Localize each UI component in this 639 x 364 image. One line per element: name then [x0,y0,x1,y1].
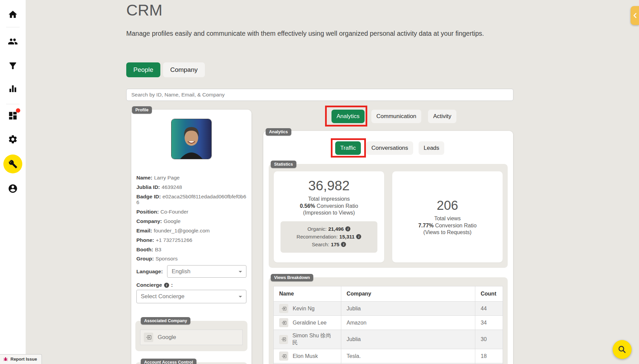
company-name: Google [158,334,176,341]
tab-analytics[interactable]: Analytics [331,110,365,123]
field-value: Google [164,218,181,224]
breakdown-label: Recommendation: [297,234,338,240]
total-views-value: 206 [437,198,458,213]
impression-breakdown-line: Organic: 21,496 i [283,226,375,232]
open-profile-button[interactable] [279,318,288,327]
info-icon[interactable]: i [356,234,361,239]
open-profile-button[interactable] [279,335,288,344]
info-icon[interactable]: i [345,226,350,231]
views-breakdown-section: Views Breakdown Name Company Count [269,277,508,364]
filter-icon[interactable] [8,61,18,71]
language-value: English [171,268,190,275]
row-count: 30 [475,330,503,349]
profile-card: Profile Name:Larry Page Jublia ID:463924 [131,110,251,364]
field-label: Position: [136,209,159,215]
info-icon[interactable]: i [164,283,169,288]
settings-icon[interactable] [8,134,18,144]
table-row: Geraldine Lee Amazon 34 [274,316,503,330]
tab-communication[interactable]: Communication [371,110,421,123]
language-select[interactable]: English [167,265,246,278]
associated-company-list: Google [140,330,243,345]
row-name: Elon Musk [293,353,318,359]
row-company: Amazon [341,316,475,330]
tab-leads[interactable]: Leads [419,141,444,155]
profile-field: Booth:B3 [136,247,246,253]
floating-search-button[interactable] [613,340,632,359]
field-label: Email: [136,228,152,233]
field-value: 4639248 [162,184,182,190]
row-count: 34 [475,316,503,330]
breakdown-label: Search: [312,242,329,247]
notification-dot [16,108,20,113]
field-value: Larry Page [154,175,180,180]
main-tabs: Analytics Communication Activity [331,110,456,123]
sidebar [0,0,26,364]
page-title: CRM [126,1,162,19]
field-value: B3 [155,247,161,252]
column-header-name: Name [274,286,341,302]
bar-chart-icon[interactable] [8,84,18,94]
concierge-placeholder: Select Concierge [141,293,184,300]
breakdown-value: 21,496 [328,226,344,232]
collapse-panel-tab[interactable] [631,6,639,25]
people-toggle-button[interactable]: People [126,62,160,77]
concierge-colon: : [171,282,173,288]
avatar [171,119,212,159]
concierge-select[interactable]: Select Concierge [136,290,246,303]
row-company: Tesla. [341,349,475,363]
breakdown-value: 175 [331,242,339,247]
profile-field: Jublia ID:4639248 [136,184,246,190]
associated-company-row[interactable]: Google [140,330,243,345]
field-label: Group: [136,256,154,261]
open-company-icon [144,333,153,342]
field-value: Sponsors [156,256,178,261]
field-label: Name: [136,175,152,180]
dashboard-icon[interactable] [8,111,18,121]
tools-icon[interactable] [3,155,22,173]
account-access-badge: Account Access Control [141,359,196,364]
statistics-section: Statistics 36,982 Total impressions 0.56… [269,164,508,268]
open-profile-button[interactable] [279,304,288,313]
field-label: Company: [136,218,162,224]
impression-breakdown-line: Search: 175 i [283,242,375,247]
company-toggle-button[interactable]: Company [163,62,205,77]
page-subtitle: Manage profiles easily and communicate w… [126,30,484,37]
concierge-label: Concierge [136,282,162,288]
views-breakdown-badge: Views Breakdown [271,274,313,281]
column-header-company: Company [341,286,475,302]
views-card: 206 Total views 7.77% Conversion Ratio (… [392,171,503,262]
report-issue-button[interactable]: Report Issue [0,354,42,364]
analytics-badge: Analytics [266,128,291,136]
search-input[interactable] [126,89,513,101]
associated-company-badge: Associated Company [141,317,190,325]
table-row: Kevin Ng Jublia 44 [274,302,503,316]
sidebar-divider [6,27,20,27]
statistics-badge: Statistics [271,161,296,168]
profile-field: Company:Google [136,218,246,224]
analytics-sub-tabs: Traffic Conversations Leads [335,141,444,155]
total-impressions-label: Total impressions [274,196,384,202]
info-icon[interactable]: i [341,242,346,247]
people-icon[interactable] [8,36,18,47]
breakdown-label: Organic: [308,226,327,232]
tab-traffic[interactable]: Traffic [335,141,361,155]
language-row: Language: English [136,265,246,278]
field-label: Phone: [136,237,154,243]
total-impressions-value: 36,982 [274,178,384,193]
row-name: Geraldine Lee [293,320,327,326]
home-icon[interactable] [8,9,18,20]
report-issue-label: Report Issue [10,357,37,362]
bug-icon [3,357,8,362]
concierge-label-row: Concierge i : [136,282,246,288]
tab-conversations[interactable]: Conversations [366,141,413,155]
ratio-value: 7.77% [418,223,433,228]
account-icon[interactable] [8,184,18,194]
open-profile-button[interactable] [279,352,288,361]
language-label: Language: [136,269,163,275]
column-header-count: Count [475,286,503,302]
tab-activity[interactable]: Activity [428,110,456,123]
impressions-conversion-ratio: 0.56% Conversion Ratio [274,203,384,209]
impressions-ratio-note: (Impression to Views) [274,210,384,216]
row-name: Simon Shu 徐尚民 [292,332,336,346]
total-views-label: Total views [434,216,460,222]
